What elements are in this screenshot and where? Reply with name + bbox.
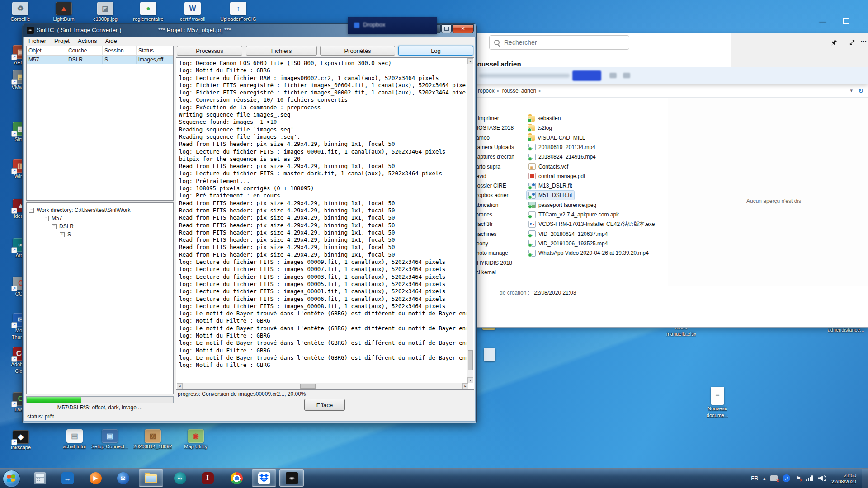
tree-collapse-icon[interactable]: −	[44, 216, 49, 221]
blurred-primary-button[interactable]	[572, 70, 601, 81]
scroll-down-icon[interactable]: ▼	[467, 377, 473, 383]
taskbar-windows-explorer[interactable]	[139, 469, 163, 487]
tree-collapse-icon[interactable]: −	[52, 224, 57, 229]
folder-item[interactable]: machines	[473, 230, 524, 239]
horizontal-scrollbar-thumb[interactable]	[300, 384, 316, 389]
table-cell-objet[interactable]: M57	[27, 56, 66, 64]
tab-processus[interactable]: Processus	[177, 46, 242, 56]
scroll-right-icon[interactable]: ►	[462, 383, 468, 389]
tree-expand-icon[interactable]: +	[60, 232, 65, 237]
folder-item[interactable]: Dossier CIRE	[473, 181, 524, 190]
menu-projet[interactable]: Projet	[50, 37, 74, 45]
file-item[interactable]: ts2log	[527, 123, 554, 132]
folder-item[interactable]: PHYKIDIS 2018	[473, 258, 524, 267]
file-item[interactable]: TTCam_v2.7.4_apkpure.com.apk	[527, 210, 621, 219]
column-header-session[interactable]: Session	[103, 46, 137, 56]
tab-fichiers[interactable]: Fichiers	[246, 46, 317, 56]
dropbox-sync-icon[interactable]: ⇄	[783, 474, 790, 482]
address-dropdown-icon[interactable]: ▾	[850, 88, 853, 94]
show-desktop-button[interactable]	[862, 469, 868, 488]
file-item[interactable]: sebastien	[527, 114, 562, 123]
search-box[interactable]	[489, 35, 629, 50]
taskbar-siril[interactable]	[279, 469, 304, 487]
folder-item[interactable]: sci kemai	[473, 268, 524, 277]
log-horizontal-scrollbar[interactable]: ◄ ►	[177, 383, 468, 389]
folder-item[interactable]: fabrication	[473, 201, 524, 210]
file-item[interactable]: Contacts.vcf	[527, 162, 570, 171]
file-item[interactable]: 20180824_214916.mp4	[527, 152, 598, 161]
taskbar-thunderbird[interactable]: ✉	[111, 469, 135, 487]
scroll-left-icon[interactable]: ◄	[177, 383, 183, 389]
dropbox-popup-header[interactable]: Dropbox	[348, 17, 437, 34]
tab-proprietes[interactable]: Propriétés	[320, 46, 395, 56]
desktop-icon-hidden-file-icon[interactable]	[472, 348, 507, 361]
action-center-icon[interactable]: ⚑✕	[795, 475, 801, 482]
folder-item[interactable]: Mach3fr	[473, 220, 524, 229]
breadcrumb-dropbox[interactable]: ropbox	[478, 88, 495, 94]
folder-item[interactable]: photo mariage	[473, 249, 524, 258]
volume-icon[interactable]	[818, 475, 826, 481]
tree-item-dslr[interactable]: − DSLR	[52, 223, 74, 230]
log-vertical-scrollbar[interactable]: ▲ ▼	[467, 58, 473, 383]
column-header-objet[interactable]: Objet	[27, 46, 66, 56]
address-bar[interactable]: ropbox ▸ roussel adrien ▸ ▾ ↻	[472, 84, 868, 98]
table-cell-status[interactable]: images,off...	[137, 56, 173, 64]
breadcrumb-roussel-adrien[interactable]: roussel adrien	[502, 88, 536, 94]
column-header-status[interactable]: Status	[137, 46, 173, 56]
table-cell-couche[interactable]: DSLR	[66, 56, 103, 64]
tree-item-workdir[interactable]: − Work directory: C:\Users\test\Siril\Wo…	[29, 206, 131, 214]
menu-actions[interactable]: Actions	[74, 37, 101, 45]
file-item[interactable]: VISUAL-CAD_MILL	[527, 133, 587, 142]
menu-fichier[interactable]: Fichier	[24, 37, 50, 45]
folder-item[interactable]: libraries	[473, 210, 524, 219]
folder-item[interactable]: carto supra	[473, 162, 524, 171]
file-item[interactable]: passeport laurence.jpeg	[527, 201, 598, 210]
pin-icon[interactable]	[830, 38, 838, 47]
search-input[interactable]	[503, 38, 613, 47]
taskbar-calculator[interactable]	[28, 469, 52, 487]
folder-item[interactable]: cameo	[473, 133, 524, 142]
desktop-icon-nouveau-document[interactable]: ≡Nouveaudocume...	[700, 387, 735, 418]
close-button[interactable]: ✕	[452, 24, 474, 33]
taskbar-arduino[interactable]: ∞	[168, 469, 192, 487]
maximize-button[interactable]	[441, 24, 452, 33]
language-indicator[interactable]: FR	[751, 475, 758, 482]
tab-log[interactable]: Log	[398, 46, 473, 56]
folder-item[interactable]: Camera Uploads	[473, 143, 524, 152]
column-header-couche[interactable]: Couche	[66, 46, 103, 56]
file-item[interactable]: VID_20180624_120637.mp4	[527, 230, 609, 239]
scroll-up-icon[interactable]: ▲	[467, 58, 473, 64]
taskbar-red-app[interactable]: I	[195, 469, 220, 487]
folder-item[interactable]: david	[473, 172, 524, 181]
menu-aide[interactable]: Aide	[101, 37, 121, 45]
taskbar-teamviewer[interactable]: ↔	[55, 469, 80, 487]
device-error-icon[interactable]: ✕	[770, 475, 778, 481]
taskbar-chrome[interactable]	[224, 469, 249, 487]
clear-log-button[interactable]: Efface	[304, 399, 345, 411]
clock[interactable]: 21:50 22/08/2020	[831, 472, 856, 485]
folder-item[interactable]: BIOSTASE 2018	[473, 123, 524, 132]
expand-icon[interactable]	[848, 38, 856, 47]
file-item[interactable]: WhatsApp Video 2020-04-26 at 19.39.20.mp…	[527, 249, 651, 258]
file-item[interactable]: M13_DSLR.fit	[527, 181, 574, 190]
folder-item[interactable]: a imprimer	[473, 114, 524, 123]
more-options-icon[interactable]: •••	[861, 39, 867, 44]
file-item[interactable]: VID_20191006_193525.mp4	[527, 239, 609, 248]
folder-item[interactable]: Captures d'écran	[473, 152, 524, 161]
file-item[interactable]: M51_DSLR.fit	[527, 191, 574, 200]
table-cell-session[interactable]: S	[103, 56, 137, 64]
file-item[interactable]: VCDS-FRM-17013-Installer CE427法语版本.exe	[527, 220, 656, 229]
hidden-icons-arrow[interactable]: ▴	[763, 476, 765, 481]
file-item[interactable]: 20180619_201134.mp4	[527, 143, 597, 152]
network-icon[interactable]	[806, 475, 813, 481]
tree-item-m57[interactable]: − M57	[44, 215, 62, 222]
sequence-table[interactable]: Objet Couche Session Status M57 DSLR S i…	[26, 46, 174, 201]
tree-item-s[interactable]: + S	[60, 231, 71, 238]
vertical-scrollbar-thumb[interactable]	[468, 350, 473, 370]
folder-item[interactable]: peony	[473, 239, 524, 248]
tree-collapse-icon[interactable]: −	[29, 208, 34, 213]
refresh-icon[interactable]: ↻	[858, 87, 863, 94]
file-item[interactable]: contrat mariage.pdf	[527, 172, 587, 181]
taskbar-media-player[interactable]: ▶	[83, 469, 108, 487]
taskbar-dropbox[interactable]	[252, 469, 276, 487]
